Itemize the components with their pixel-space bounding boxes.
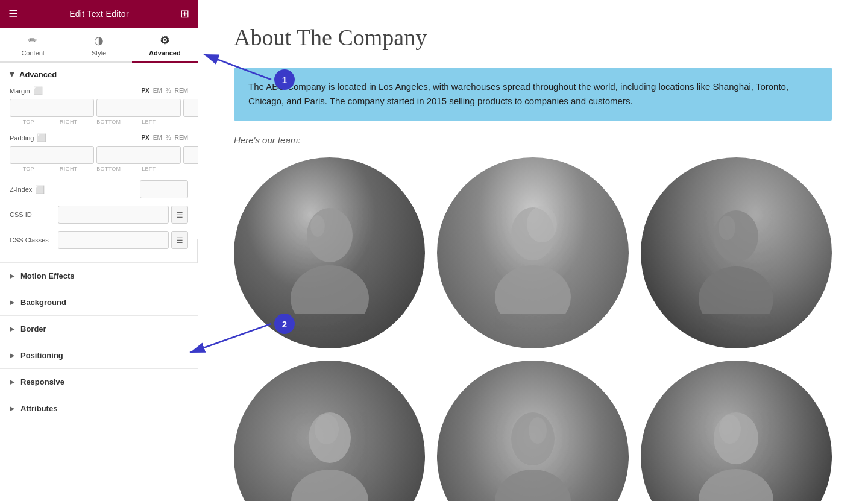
padding-top-label: TOP [10,166,48,172]
svg-point-6 [714,210,758,262]
padding-label-text: Padding [10,134,34,142]
svg-point-14 [529,417,547,444]
padding-unit-px[interactable]: PX [142,134,149,141]
team-grid [234,157,832,501]
margin-label-row: Margin ⬜ PX EM % REM [10,86,188,95]
grid-icon[interactable]: ⊞ [180,8,189,19]
svg-point-2 [310,215,325,237]
svg-point-7 [699,266,773,314]
css-id-label: CSS ID [10,211,58,218]
responsive-label: Responsive [20,377,64,386]
svg-point-4 [495,265,571,314]
person-svg-4 [269,396,390,501]
margin-unit-em[interactable]: EM [153,87,162,94]
margin-top-label: TOP [10,119,48,125]
svg-point-13 [495,470,571,501]
motion-effects-header[interactable]: ▶ Motion Effects [0,263,198,289]
padding-unit-rem[interactable]: REM [175,134,188,141]
margin-monitor-icon: ⬜ [33,86,43,95]
padding-right-input[interactable] [96,146,181,164]
margin-units: PX EM % REM [142,87,188,94]
background-arrow-icon: ▶ [10,299,14,306]
person-svg-5 [473,396,593,501]
padding-right-label: RIGHT [50,166,88,172]
margin-unit-percent[interactable]: % [166,87,171,94]
padding-group: Padding ⬜ PX EM % REM 🔗 [10,133,188,172]
accordion-responsive: ▶ Responsive [0,368,198,395]
z-index-row: Z-Index ⬜ [10,180,188,198]
margin-unit-rem[interactable]: REM [175,87,188,94]
margin-group: Margin ⬜ PX EM % REM 🔗 [10,86,188,125]
style-tab-icon: ◑ [94,34,104,47]
padding-unit-em[interactable]: EM [153,134,162,141]
svg-point-5 [527,206,557,242]
border-arrow-icon: ▶ [10,326,14,332]
responsive-arrow-icon: ▶ [10,379,14,385]
css-classes-input[interactable] [58,231,169,249]
tab-advanced[interactable]: ⚙ Advanced [132,28,198,63]
margin-unit-px[interactable]: PX [142,87,149,94]
positioning-header[interactable]: ▶ Positioning [0,342,198,368]
padding-top-input[interactable] [10,146,94,164]
style-tab-label: Style [92,49,106,57]
content-tab-icon: ✏ [28,34,37,47]
person-svg-1 [269,193,390,314]
z-index-input[interactable] [140,180,188,198]
border-header[interactable]: ▶ Border [0,316,198,342]
padding-bottom-input[interactable] [183,146,198,164]
background-header[interactable]: ▶ Background [0,289,198,315]
margin-right-input[interactable] [96,99,181,117]
css-classes-menu-button[interactable]: ☰ [171,231,188,249]
advanced-tab-label: Advanced [149,49,181,57]
padding-label-row: Padding ⬜ PX EM % REM [10,133,188,142]
team-photo-1 [234,157,425,348]
accordion-attributes: ▶ Attributes [0,395,198,421]
collapse-handle[interactable]: ‹ [197,239,198,263]
svg-point-1 [291,265,369,314]
tab-style[interactable]: ◑ Style [66,28,131,63]
border-label: Border [20,324,46,333]
page-title: About The Company [234,24,832,51]
accordion-positioning: ▶ Positioning [0,342,198,368]
tab-content[interactable]: ✏ Content [0,28,66,63]
team-photo-4 [234,361,425,501]
css-classes-input-wrap: ☰ [58,231,188,249]
motion-effects-label: Motion Effects [20,271,75,280]
z-index-label: Z-Index ⬜ [10,185,45,194]
z-index-monitor-icon: ⬜ [35,185,45,194]
svg-point-16 [699,469,773,501]
panel-title: Edit Text Editor [69,9,129,19]
margin-inputs-row: 🔗 [10,99,188,117]
padding-inputs-row: 🔗 [10,146,188,164]
advanced-arrow-icon: ▶ [9,72,16,77]
svg-point-8 [719,216,735,240]
right-panel: 1 2 About The Company The ABC Company is… [198,0,868,501]
css-id-row: CSS ID ☰ [10,206,188,224]
css-id-input[interactable] [58,206,169,224]
advanced-section-header[interactable]: ▶ Advanced [0,63,198,86]
motion-effects-arrow-icon: ▶ [10,273,14,279]
left-panel: ☰ Edit Text Editor ⊞ ✏ Content ◑ Style ⚙… [0,0,198,501]
margin-label-text: Margin [10,87,30,95]
menu-icon[interactable]: ☰ [8,8,18,19]
panel-content: ▶ Advanced Margin ⬜ PX EM % REM [0,63,198,501]
margin-bottom-input[interactable] [183,99,198,117]
team-photo-6 [641,361,832,501]
person-svg-2 [473,193,593,314]
top-bar: ☰ Edit Text Editor ⊞ [0,0,198,28]
positioning-arrow-icon: ▶ [10,352,14,359]
margin-top-input[interactable] [10,99,94,117]
css-id-menu-button[interactable]: ☰ [171,206,188,224]
info-text: The ABC Company is located in Los Angele… [248,80,817,109]
margin-left-label: LEFT [130,119,168,125]
positioning-label: Positioning [20,351,63,360]
advanced-section-body: Margin ⬜ PX EM % REM 🔗 [0,86,198,262]
responsive-header[interactable]: ▶ Responsive [0,369,198,395]
padding-label: Padding ⬜ [10,133,46,142]
team-photo-2 [437,157,628,348]
padding-units: PX EM % REM [142,134,188,141]
attributes-header[interactable]: ▶ Attributes [0,395,198,421]
person-svg-3 [676,193,796,314]
padding-unit-percent[interactable]: % [166,134,171,141]
team-label: Here's our team: [234,135,832,145]
